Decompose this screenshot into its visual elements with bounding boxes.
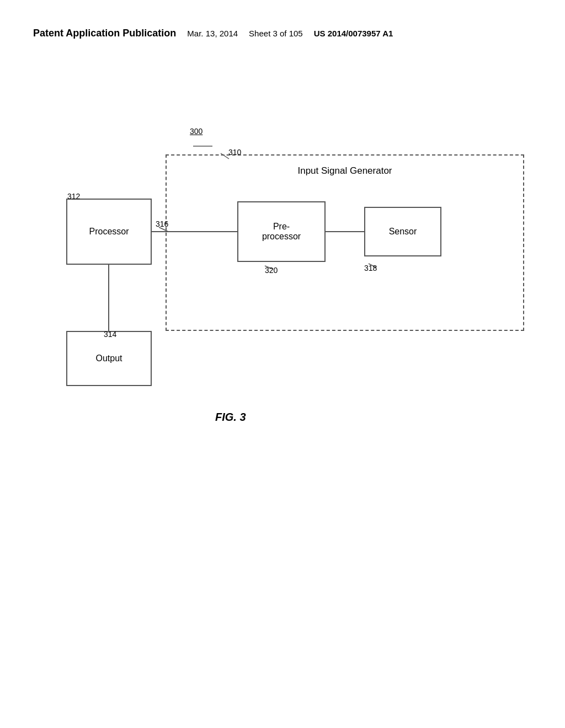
ref-300-label: 300 [190, 127, 202, 136]
preprocessor-box: Pre-processor [237, 201, 326, 262]
page-header: Patent Application Publication Mar. 13, … [0, 28, 565, 39]
ref-318-label: 318 [364, 264, 377, 272]
publication-date: Mar. 13, 2014 [187, 29, 238, 38]
ref-314-label: 314 [104, 330, 116, 339]
input-signal-generator-box: Input Signal Generator [166, 154, 524, 331]
ref-316-label: 316 [156, 220, 168, 228]
ref-320-label: 320 [265, 266, 278, 275]
processor-box: Processor [66, 199, 152, 265]
diagram-area: Input Signal Generator 300 310 Processor… [33, 121, 532, 535]
patent-number: US 2014/0073957 A1 [314, 29, 393, 38]
preprocessor-label: Pre-processor [262, 222, 301, 242]
ref-310-label: 310 [228, 148, 241, 157]
sensor-label: Sensor [389, 227, 417, 237]
processor-label: Processor [89, 227, 129, 237]
output-label: Output [95, 354, 122, 363]
output-box: Output [66, 331, 152, 386]
figure-caption: FIG. 3 [215, 411, 246, 424]
sensor-box: Sensor [364, 207, 441, 256]
sheet-info: Sheet 3 of 105 [249, 29, 303, 38]
publication-title: Patent Application Publication [33, 28, 176, 39]
box-310-label: Input Signal Generator [167, 165, 523, 176]
ref-312-label: 312 [67, 192, 80, 201]
